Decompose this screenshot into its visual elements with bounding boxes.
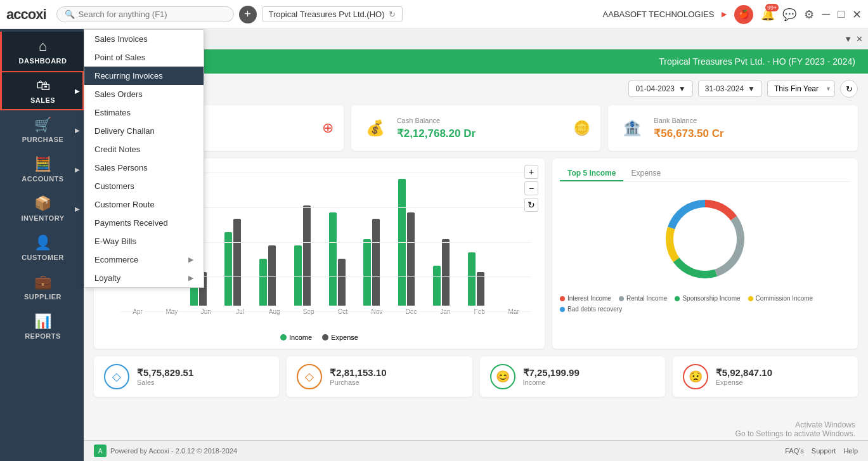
svg-point-0 [673, 207, 737, 271]
income-bottom-info: ₹7,25,199.99 Income [523, 367, 580, 386]
faq-link[interactable]: FAQ's [785, 447, 804, 455]
bank-label: Bank Balance [654, 117, 848, 124]
date-to-input[interactable]: 31-03-2024 ▼ [698, 81, 762, 97]
notification-icon[interactable]: 🔔 99+ [761, 8, 775, 22]
bar-group-jan [433, 239, 462, 306]
close-icon[interactable]: ✕ [852, 8, 862, 22]
dropdown-item-ecommerce[interactable]: Ecommerce▶ [84, 250, 204, 269]
footer-logo: A [94, 445, 107, 457]
dropdown-item-customer-route[interactable]: Customer Route [84, 195, 204, 214]
x-label-feb: Feb [462, 308, 496, 315]
sales-bottom-card: ◇ ₹5,75,829.51 Sales [94, 356, 279, 397]
dropdown-item-sales-persons[interactable]: Sales Persons [84, 159, 204, 177]
dropdown-item-estimates[interactable]: Estimates [84, 103, 204, 122]
refresh-button[interactable]: ↻ [840, 80, 858, 98]
dropdown-item-loyalty[interactable]: Loyalty▶ [84, 269, 204, 287]
minimize-icon[interactable]: ─ [822, 8, 830, 21]
dropdown-item-credit-notes[interactable]: Credit Notes [84, 140, 204, 159]
settings-icon[interactable]: ⚙ [804, 8, 814, 22]
donut-tabs: Top 5 Income Expense [560, 166, 850, 182]
donut-card: Top 5 Income Expense Interest IncomeRent… [552, 159, 858, 349]
maximize-icon[interactable]: □ [838, 8, 845, 21]
search-input[interactable] [79, 10, 218, 19]
watermark-line1: Activate Windows [735, 420, 855, 429]
donut-svg [642, 188, 768, 290]
purchase-bottom-label: Purchase [330, 379, 386, 386]
donut-legend-color-dot [619, 296, 624, 301]
x-label-nov: Nov [360, 308, 394, 315]
bar-group-jul [224, 219, 253, 306]
purchase-bottom-info: ₹2,81,153.10 Purchase [330, 367, 386, 386]
sales-arrow: ▶ [75, 88, 80, 94]
x-label-jan: Jan [428, 308, 462, 315]
company-selector[interactable]: Tropical Treasures Pvt Ltd.(HO) ↻ [262, 6, 403, 22]
cash-info: Cash Balance ₹2,12,768.20 Dr [397, 117, 566, 140]
sidebar-label-purchase: PURCHASE [22, 136, 64, 143]
dropdown-item-e-way-bills[interactable]: E-Way Bills [84, 232, 204, 250]
donut-legend-text: Rental Income [626, 295, 667, 302]
dropdown-item-recurring-invoices[interactable]: Recurring Invoices [84, 67, 204, 85]
dropdown-item-sales-orders[interactable]: Sales Orders [84, 85, 204, 103]
footer-powered-by: Powered by Accoxi - 2.0.12 © 2018-2024 [110, 447, 237, 455]
add-button[interactable]: + [239, 6, 257, 23]
income-bar [224, 232, 232, 306]
sidebar-item-reports[interactable]: 📊 REPORTS [0, 307, 84, 346]
period-select[interactable]: This Fin Year This Month This Quarter Cu… [767, 81, 835, 97]
purchase-arrow: ▶ [75, 127, 80, 134]
accounts-arrow: ▶ [75, 166, 80, 173]
x-label-jun: Jun [189, 308, 223, 315]
expense-legend-label: Expense [331, 334, 358, 341]
company-info-text: Tropical Treasures Pvt Ltd. - HO (FY 202… [659, 56, 855, 67]
x-label-mar: Mar [496, 308, 531, 315]
arrow-icon: ▶ [722, 10, 727, 18]
x-label-dec: Dec [394, 308, 428, 315]
global-search-box[interactable]: 🔍 [56, 6, 234, 22]
sales-bottom-label: Sales [137, 379, 193, 386]
avatar[interactable]: 🍎 [734, 5, 753, 24]
income-bottom-icon: 😊 [490, 364, 515, 389]
sidebar-item-customer[interactable]: 👤 CUSTOMER [0, 228, 84, 268]
sidebar-label-dashboard: DASHBOARD [19, 57, 67, 65]
help-link[interactable]: Help [843, 447, 858, 455]
sidebar-item-supplier[interactable]: 💼 SUPPLIER [0, 268, 84, 307]
donut-legend-rental-income: Rental Income [619, 295, 667, 302]
date-to-value: 31-03-2024 [705, 84, 744, 93]
sidebar-item-sales[interactable]: 🛍 SALES ▶ [0, 71, 84, 110]
dropdown-item-sales-invoices[interactable]: Sales Invoices [84, 30, 204, 48]
tab-down-btn[interactable]: ▼ [844, 34, 852, 44]
chart-x-labels: AprMayJunJulAugSepOctNovDecJanFebMar [101, 308, 537, 315]
sidebar-label-sales: SALES [30, 96, 55, 104]
app-logo[interactable]: accoxi [6, 6, 46, 23]
dropdown-item-point-of-sales[interactable]: Point of Sales [84, 48, 204, 67]
income-bar [329, 212, 337, 306]
bottom-cards: ◇ ₹5,75,829.51 Sales ◇ ₹2,81,153.10 Purc… [94, 356, 858, 397]
expense-legend: Expense [322, 334, 358, 341]
donut-tab-income[interactable]: Top 5 Income [560, 166, 623, 181]
date-from-input[interactable]: 01-04-2023 ▼ [628, 81, 692, 97]
supplier-icon: 💼 [34, 274, 51, 290]
support-link[interactable]: Support [812, 447, 836, 455]
inventory-arrow: ▶ [75, 205, 80, 212]
donut-legend-color-dot [675, 296, 680, 301]
refresh-icon: ↻ [389, 10, 396, 19]
dropdown-item-customers[interactable]: Customers [84, 177, 204, 195]
donut-legend-sponsorship-income: Sponsorship Income [675, 295, 740, 302]
donut-tab-expense[interactable]: Expense [623, 166, 668, 181]
sidebar-item-purchase[interactable]: 🛒 PURCHASE ▶ [0, 110, 84, 150]
expense-bottom-value: ₹5,92,847.10 [716, 367, 772, 379]
dropdown-item-payments-received[interactable]: Payments Received [84, 214, 204, 232]
donut-legend-interest-income: Interest Income [560, 295, 611, 302]
donut-legend-bad-debts-recovery: Bad debts recovery [560, 306, 622, 313]
expense-bottom-label: Expense [716, 379, 772, 386]
chat-icon[interactable]: 💬 [782, 8, 796, 22]
sidebar-label-customer: CUSTOMER [22, 254, 64, 261]
company-name: AABASOFT TECHNOLOGIES [603, 10, 715, 19]
donut-legend-text: Interest Income [567, 295, 611, 302]
chart-legend: Income Expense [101, 334, 537, 341]
cash-value: ₹2,12,768.20 Dr [397, 127, 566, 140]
tab-close-btn[interactable]: ✕ [856, 34, 863, 44]
sidebar-item-inventory[interactable]: 📦 INVENTORY ▶ [0, 189, 84, 228]
dropdown-item-delivery-challan[interactable]: Delivery Challan [84, 122, 204, 140]
sidebar-item-dashboard[interactable]: ⌂ DASHBOARD [0, 32, 84, 71]
sidebar-item-accounts[interactable]: 🧮 ACCOUNTS ▶ [0, 150, 84, 189]
